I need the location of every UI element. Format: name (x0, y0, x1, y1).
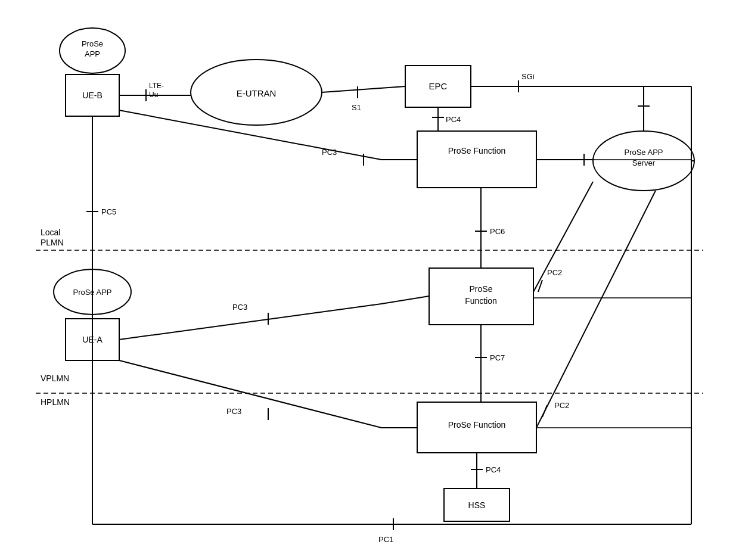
prose-app-server-label: ProSe APP (624, 148, 663, 157)
pc5-label: PC5 (101, 207, 116, 216)
pc7-label: PC7 (490, 353, 505, 362)
prose-function-mid-label-1: ProSe (470, 284, 493, 294)
svg-text:APP: APP (85, 49, 100, 58)
pc3-mid-label: PC3 (232, 303, 247, 312)
ue-b-label: UE-B (82, 91, 102, 100)
s1-label: S1 (352, 103, 361, 112)
local-plmn-label: Local (41, 228, 60, 237)
e-utran-label: E-UTRAN (237, 88, 277, 98)
pc4-top-label: PC4 (446, 115, 461, 124)
prose-function-top-rect (417, 131, 536, 188)
prose-app-b-label: ProSe (82, 39, 103, 48)
prose-function-mid-label-2: Function (465, 296, 497, 306)
svg-text:PLMN: PLMN (41, 238, 64, 247)
diagram-container: Local PLMN VPLMN HPLMN ProSe APP UE-B E-… (0, 0, 739, 560)
architecture-diagram: Local PLMN VPLMN HPLMN ProSe APP UE-B E-… (0, 0, 739, 560)
pc3-top-label: PC3 (322, 148, 337, 157)
sgi-label: SGi (521, 72, 535, 81)
lte-uu-label: LTE- (149, 82, 164, 90)
vplmn-label: VPLMN (41, 374, 69, 383)
pc2-mid-label: PC2 (547, 268, 562, 277)
prose-function-bot-label: ProSe Function (448, 420, 506, 430)
prose-function-top-label: ProSe Function (448, 146, 506, 155)
hss-label: HSS (468, 500, 486, 510)
hplmn-label: HPLMN (41, 397, 70, 407)
epc-label: EPC (429, 81, 448, 91)
pc3-bot-label: PC3 (226, 407, 241, 416)
pc2-bot-label: PC2 (554, 401, 569, 410)
pc6-label: PC6 (490, 227, 505, 236)
svg-text:Uu: Uu (149, 91, 158, 99)
pc1-label: PC1 (378, 535, 393, 544)
pc4-bot-label: PC4 (486, 465, 501, 474)
